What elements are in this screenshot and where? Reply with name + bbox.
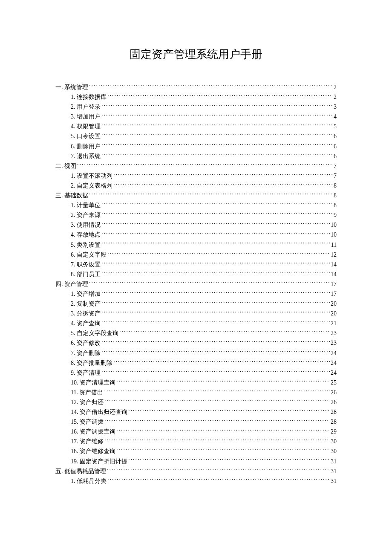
toc-entry-page: 20 (331, 299, 337, 309)
toc-leader-dots (104, 418, 330, 424)
toc-entry-page: 5 (334, 121, 337, 131)
document-title: 固定资产管理系统用户手册 (55, 47, 337, 62)
toc-leader-dots (101, 103, 333, 109)
toc-entry[interactable]: 7. 职务设置14 (55, 260, 337, 269)
toc-entry-label: 1. 资产增加 (71, 289, 101, 299)
toc-entry[interactable]: 6. 资产修改23 (55, 338, 337, 348)
toc-entry[interactable]: 7. 资产删除24 (55, 348, 337, 358)
toc-entry-label: 二. 视图 (55, 161, 76, 171)
toc-entry[interactable]: 10. 资产清理查询25 (55, 378, 337, 387)
toc-entry[interactable]: 二. 视图7 (55, 161, 337, 171)
toc-entry-label: 3. 使用情况 (71, 220, 101, 230)
toc-leader-dots (101, 241, 330, 247)
toc-leader-dots (101, 339, 330, 345)
toc-entry[interactable]: 1. 设置不滚动列7 (55, 171, 337, 181)
toc-entry-page: 24 (331, 348, 337, 358)
toc-entry-label: 12. 资产归还 (71, 397, 104, 407)
toc-leader-dots (101, 201, 333, 207)
toc-entry[interactable]: 3. 增加用户4 (55, 112, 337, 121)
toc-leader-dots (113, 359, 330, 365)
toc-leader-dots (128, 457, 330, 463)
toc-entry-label: 三. 基础数据 (55, 191, 88, 200)
toc-entry-page: 26 (331, 397, 337, 407)
toc-entry[interactable]: 3. 分拆资产20 (55, 309, 337, 318)
toc-entry-page: 28 (331, 407, 337, 417)
toc-entry[interactable]: 3. 使用情况10 (55, 220, 337, 230)
toc-entry-label: 2. 自定义表格列 (71, 181, 112, 191)
toc-entry-label: 1. 低耗品分类 (71, 476, 107, 486)
toc-leader-dots (101, 152, 333, 158)
toc-entry[interactable]: 8. 资产批量删除24 (55, 358, 337, 368)
toc-entry-label: 2. 用户登录 (71, 102, 101, 112)
toc-entry-label: 3. 分拆资产 (71, 309, 101, 318)
toc-entry[interactable]: 2. 复制资产20 (55, 299, 337, 309)
toc-entry[interactable]: 1. 低耗品分类31 (55, 476, 337, 486)
toc-leader-dots (101, 309, 330, 315)
toc-entry-label: 8. 资产批量删除 (71, 358, 112, 368)
toc-entry-page: 10 (331, 230, 337, 240)
toc-entry[interactable]: 6. 删除用户6 (55, 142, 337, 151)
toc-entry-label: 1. 连接数据库 (71, 92, 107, 102)
toc-entry[interactable]: 1. 资产增加17 (55, 289, 337, 299)
toc-entry-label: 19. 固定资产折旧计提 (71, 457, 127, 466)
toc-entry[interactable]: 8. 部门员工14 (55, 269, 337, 279)
toc-entry[interactable]: 2. 自定义表格列8 (55, 181, 337, 191)
toc-entry[interactable]: 三. 基础数据8 (55, 191, 337, 200)
toc-entry-label: 4. 资产查询 (71, 318, 101, 328)
toc-entry-page: 6 (334, 142, 337, 151)
toc-entry[interactable]: 18. 资产维修查询30 (55, 446, 337, 456)
toc-entry[interactable]: 一. 系统管理2 (55, 82, 337, 92)
toc-entry-page: 23 (331, 328, 337, 338)
toc-entry[interactable]: 1. 连接数据库2 (55, 92, 337, 102)
toc-entry[interactable]: 9. 资产清理24 (55, 368, 337, 378)
toc-entry[interactable]: 四. 资产管理17 (55, 279, 337, 289)
toc-entry[interactable]: 1. 计量单位8 (55, 200, 337, 210)
toc-leader-dots (101, 142, 333, 148)
toc-entry-page: 31 (331, 476, 337, 486)
toc-entry-page: 4 (334, 112, 337, 121)
toc-leader-dots (101, 290, 330, 296)
toc-entry-page: 10 (331, 220, 337, 230)
toc-entry[interactable]: 5. 口令设置6 (55, 131, 337, 141)
toc-leader-dots (116, 447, 330, 453)
toc-leader-dots (89, 280, 330, 286)
toc-entry[interactable]: 15. 资产调拨28 (55, 417, 337, 427)
toc-leader-dots (104, 388, 330, 394)
toc-entry-page: 28 (331, 417, 337, 427)
toc-entry-label: 五. 低值易耗品管理 (55, 466, 106, 476)
toc-entry-label: 1. 计量单位 (71, 200, 101, 210)
toc-entry-label: 四. 资产管理 (55, 279, 88, 289)
toc-leader-dots (101, 369, 330, 375)
toc-entry-page: 2 (334, 92, 337, 102)
toc-entry[interactable]: 12. 资产归还26 (55, 397, 337, 407)
toc-entry-page: 6 (334, 131, 337, 141)
toc-entry[interactable]: 11. 资产借出26 (55, 387, 337, 397)
toc-entry-page: 21 (331, 318, 337, 328)
toc-entry-page: 24 (331, 368, 337, 378)
toc-entry-label: 7. 资产删除 (71, 348, 101, 358)
toc-entry[interactable]: 4. 资产查询21 (55, 318, 337, 328)
toc-entry-page: 26 (331, 387, 337, 397)
toc-entry-page: 23 (331, 338, 337, 348)
toc-entry[interactable]: 17. 资产维修30 (55, 436, 337, 446)
toc-entry-page: 3 (334, 102, 337, 112)
toc-entry[interactable]: 5. 类别设置11 (55, 240, 337, 250)
toc-entry[interactable]: 19. 固定资产折旧计提31 (55, 457, 337, 466)
toc-entry-label: 14. 资产借出归还查询 (71, 407, 127, 417)
toc-entry[interactable]: 6. 自定义字段12 (55, 250, 337, 260)
toc-entry-label: 18. 资产维修查询 (71, 446, 115, 456)
toc-entry[interactable]: 五. 低值易耗品管理31 (55, 466, 337, 476)
toc-entry[interactable]: 2. 资产来源9 (55, 210, 337, 220)
toc-entry-label: 17. 资产维修 (71, 436, 104, 446)
toc-leader-dots (107, 467, 330, 473)
toc-leader-dots (89, 191, 333, 197)
toc-entry[interactable]: 5. 自定义字段查询23 (55, 328, 337, 338)
toc-entry[interactable]: 2. 用户登录3 (55, 102, 337, 112)
toc-entry[interactable]: 4. 权限管理5 (55, 121, 337, 131)
toc-entry[interactable]: 14. 资产借出归还查询28 (55, 407, 337, 417)
toc-leader-dots (107, 251, 330, 257)
toc-entry[interactable]: 7. 退出系统6 (55, 151, 337, 161)
toc-entry[interactable]: 16. 资产调拨查询29 (55, 427, 337, 436)
toc-leader-dots (101, 221, 330, 227)
toc-entry[interactable]: 4. 存放地点10 (55, 230, 337, 240)
